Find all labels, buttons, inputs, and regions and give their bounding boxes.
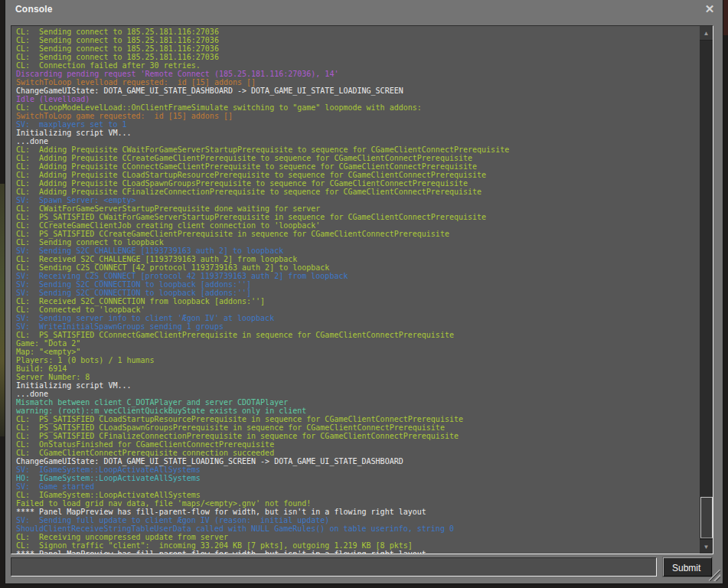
log-line: CL: IGameSystem::LoopActivateAllSystems (16, 491, 699, 499)
log-line: Initializing script VM... (16, 381, 699, 390)
log-line: SV: maxplayers set to 1 (16, 120, 699, 129)
log-line: CL: Adding Prequisite CCreateGameClientP… (16, 154, 699, 162)
log-line: CL: Sending connect to 185.25.181.116:27… (16, 36, 699, 44)
log-line: SwitchToLoop game requested: id [15] add… (16, 112, 699, 120)
log-line: SV: Sending S2C_CHALLENGE [1193739163 au… (16, 247, 699, 255)
log-line: CL: Adding Prequisite CLoadSpawnGroupsPr… (16, 179, 699, 188)
log-line: CL: PS_SATISFIED CCreateGameClientPrereq… (16, 230, 699, 238)
log-line: CL: Adding Prequisite CLoadStartupResour… (16, 171, 699, 179)
scroll-down-button[interactable]: ▼ (700, 539, 713, 554)
log-line: Mismatch between client C_DOTAPlayer and… (16, 398, 699, 407)
log-line: SV: WriteInitialSpawnGroups sending 1 gr… (16, 322, 699, 331)
scrollbar-thumb[interactable] (700, 497, 713, 538)
log-line: warning: (root)::m_vecClientQuickBuyStat… (16, 407, 699, 415)
log-line: CL: PS_SATISFIED CWaitForGameServerStart… (16, 213, 699, 221)
log-line: SV: Game started (16, 482, 699, 491)
resize-grip-icon[interactable] (709, 570, 720, 581)
log-line: ChangeGameUIState: DOTA_GAME_UI_STATE_LO… (16, 457, 699, 466)
log-line: CL: PS_SATISFIED CLoadSpawnGroupsPrerequ… (16, 423, 699, 432)
scrollbar-track[interactable]: ▲ ▼ (700, 26, 713, 554)
log-line: SV: Receiving C2S_CONNECT [protocol 42 1… (16, 272, 699, 280)
log-line: Build: 6914 (16, 364, 699, 373)
log-line: Server Number: 8 (16, 373, 699, 381)
console-window: Console ✕ CL: Sending connect to 185.25.… (5, 0, 723, 583)
log-line: ...done (16, 390, 699, 398)
log-line: Map: "<empty>" (16, 348, 699, 356)
log-line: CL: CGameClientConnectPrerequisite conne… (16, 449, 699, 457)
close-icon[interactable]: ✕ (703, 2, 717, 16)
log-line: CL: Sending connect to 185.25.181.116:27… (16, 28, 699, 36)
log-line: CL: Sending connect to loopback (16, 238, 699, 247)
log-line: **** Panel MapPreview has fill-parent-fl… (16, 550, 699, 554)
log-line: SV: IGameSystem::LoopActivateAllSystems (16, 466, 699, 474)
console-command-input[interactable] (11, 557, 657, 577)
log-line: CL: Adding Prequisite CConnectGameClient… (16, 162, 699, 171)
log-line: CL: PS_SATISFIED CLoadStartupResourcePre… (16, 415, 699, 423)
log-lines: CL: Sending connect to 185.25.181.116:27… (16, 28, 699, 554)
log-line: HO: IGameSystem::LoopActivateAllSystems (16, 474, 699, 482)
title-bar[interactable]: Console ✕ (5, 0, 723, 25)
log-line: CL: CWaitForGameServerStartupPrerequisit… (16, 204, 699, 213)
scroll-up-button[interactable]: ▲ (700, 26, 713, 41)
log-line: SV: Sending S2C_CONNECTION to loopback [… (16, 280, 699, 289)
log-line: CL: CCreateGameClientJob creating client… (16, 221, 699, 230)
background-peek-left (0, 184, 5, 436)
log-line: ...done (16, 137, 699, 145)
log-line: SV: Sending server info to client 'Ægon … (16, 314, 699, 322)
log-line: SwitchToLoop levelload requested: id [15… (16, 78, 699, 87)
log-line: CL: Signon traffic "client": incoming 33… (16, 541, 699, 550)
log-line: ChangeGameUIState: DOTA_GAME_UI_STATE_DA… (16, 87, 699, 95)
log-line: SV: Sending S2C_CONNECTION to loopback [… (16, 289, 699, 297)
log-line: SV: Spawn Server: <empty> (16, 196, 699, 204)
log-line: CL: OnStatusFinished for CGameClientConn… (16, 440, 699, 449)
log-line: CL: Received S2C_CHALLENGE [1193739163 a… (16, 255, 699, 263)
log-line: Initializing script VM... (16, 129, 699, 137)
submit-button[interactable]: Submit (663, 557, 712, 577)
log-line: Discarding pending request 'Remote Conne… (16, 70, 699, 78)
log-line: Failed to load grid nav data, file 'maps… (16, 499, 699, 508)
log-line: Idle (levelload) (16, 95, 699, 103)
log-line: Players: 1 (0 bots) / 1 humans (16, 356, 699, 364)
log-line: CL: Adding Prequisite CFinalizeConnectio… (16, 188, 699, 196)
log-line: Game: "Dota 2" (16, 339, 699, 348)
log-line: CL: Adding Prequisite CWaitForGameServer… (16, 145, 699, 154)
log-line: CL: Connected to 'loopback' (16, 305, 699, 314)
background-peek-topright (722, 0, 728, 35)
log-line: CL: PS_SATISFIED CConnectGameClientPrere… (16, 331, 699, 339)
log-line: CL: Sending C2S_CONNECT [42 protocol 119… (16, 263, 699, 272)
page-title: Console (15, 4, 53, 15)
log-line: CL: Received S2C_CONNECTION from loopbac… (16, 297, 699, 305)
log-line: CL: Sending connect to 185.25.181.116:27… (16, 44, 699, 53)
log-line: ShouldClientReceiveStringTableUserData c… (16, 524, 699, 533)
log-line: CL: Sending connect to 185.25.181.116:27… (16, 53, 699, 61)
log-line: SV: Sending full update to client Ægon I… (16, 516, 699, 524)
log-line: CL: PS_SATISFIED CFinalizeConnectionPrer… (16, 432, 699, 440)
log-line: CL: CLoopModeLevelLoad::OnClientFrameSim… (16, 103, 699, 112)
log-line: CL: Connection failed after 30 retries. (16, 61, 699, 70)
log-line: CL: Receiving uncompressed update from s… (16, 533, 699, 541)
console-log: CL: Sending connect to 185.25.181.116:27… (11, 25, 713, 554)
log-line: **** Panel MapPreview has fill-parent-fl… (16, 508, 699, 516)
